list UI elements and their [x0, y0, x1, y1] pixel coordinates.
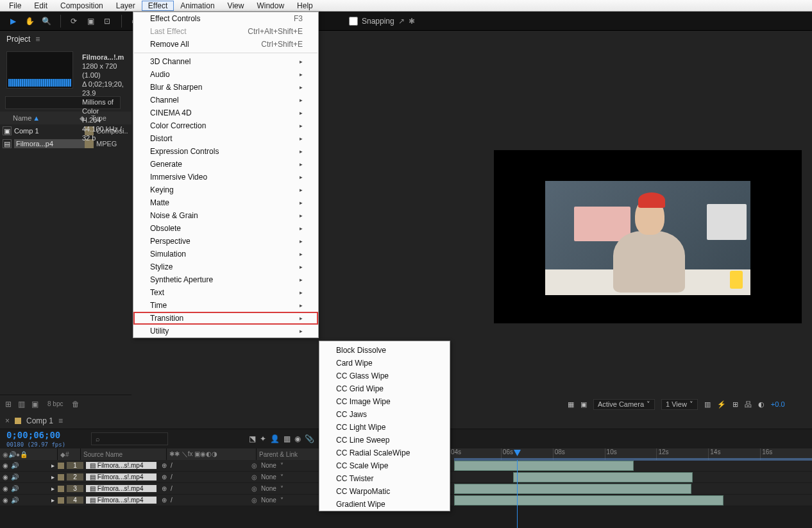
sort-icon[interactable]: ▲ [33, 114, 40, 122]
frame-blend-icon[interactable]: ▦ [283, 434, 291, 443]
effect-category-immersive-video[interactable]: Immersive Video▸ [133, 171, 318, 183]
draft3d-icon[interactable]: ✦ [260, 434, 266, 443]
project-thumbnail[interactable] [6, 51, 73, 89]
speaker-col-icon[interactable]: 🔊 [8, 451, 16, 458]
transition-cc-image-wipe[interactable]: CC Image Wipe [319, 395, 450, 408]
effect-category-color-correction[interactable]: Color Correction▸ [133, 119, 318, 132]
new-comp-icon[interactable]: ▣ [31, 400, 38, 409]
effect-category-blur-sharpen[interactable]: Blur & Sharpen▸ [133, 81, 318, 94]
graph-editor-icon[interactable]: 📎 [305, 434, 314, 443]
timeline-icon[interactable]: ⊞ [732, 400, 738, 409]
transition-block-dissolve[interactable]: Block Dissolve [319, 344, 450, 357]
transition-cc-warpomatic[interactable]: CC WarpoMatic [319, 485, 450, 498]
transition-cc-glass-wipe[interactable]: CC Glass Wipe [319, 370, 450, 382]
transition-gradient-wipe[interactable]: Gradient Wipe [319, 498, 450, 511]
col-name[interactable]: Name [13, 114, 31, 122]
project-tab[interactable]: Project ≡ [0, 31, 131, 47]
tab-menu-icon[interactable]: ≡ [58, 416, 63, 425]
effect-category-generate[interactable]: Generate▸ [133, 158, 318, 171]
transparency-grid-icon[interactable]: ▦ [568, 400, 574, 409]
3d-view-icon[interactable]: ▣ [580, 400, 587, 409]
menu-effect[interactable]: Effect [142, 1, 174, 11]
effect-category-channel[interactable]: Channel▸ [133, 94, 318, 106]
trash-icon[interactable]: 🗑 [72, 400, 80, 409]
transition-cc-light-wipe[interactable]: CC Light Wipe [319, 421, 450, 434]
effect-category-audio[interactable]: Audio▸ [133, 68, 318, 81]
panel-menu-icon[interactable]: ≡ [35, 35, 40, 44]
menu-window[interactable]: Window [250, 1, 291, 11]
shy-icon[interactable]: 👤 [270, 434, 280, 443]
new-folder-icon[interactable]: ▥ [18, 400, 25, 409]
transition-cc-twister[interactable]: CC Twister [319, 472, 450, 485]
effect-item-remove-all[interactable]: Remove AllCtrl+Shift+E [133, 38, 318, 51]
snapping-checkbox[interactable] [349, 17, 358, 26]
effect-category-noise-grain[interactable]: Noise & Grain▸ [133, 209, 318, 222]
menu-help[interactable]: Help [291, 1, 319, 11]
pixel-aspect-icon[interactable]: ▥ [704, 400, 711, 409]
clip-bar[interactable] [454, 461, 634, 471]
effect-category-synthetic-aperture[interactable]: Synthetic Aperture▸ [133, 273, 318, 286]
snapping-magnet-icon[interactable]: ✱ [409, 17, 415, 26]
motion-blur-icon[interactable]: ◉ [294, 434, 301, 443]
snapping-options-icon[interactable]: ↗ [398, 17, 405, 26]
effect-category-text[interactable]: Text▸ [133, 286, 318, 299]
snapping-toggle[interactable]: Snapping ↗ ✱ [349, 17, 415, 26]
transition-cc-line-sweep[interactable]: CC Line Sweep [319, 434, 450, 447]
transition-cc-grid-wipe[interactable]: CC Grid Wipe [319, 382, 450, 395]
source-col[interactable]: Source Name [81, 448, 167, 460]
effect-category-perspective[interactable]: Perspective▸ [133, 235, 318, 248]
current-time[interactable]: 0;00;06;00 [6, 430, 65, 440]
orbit-tool-icon[interactable]: ⟳ [66, 13, 81, 29]
transition-cc-radial-scalewipe[interactable]: CC Radial ScaleWipe [319, 447, 450, 459]
effect-category-distort[interactable]: Distort▸ [133, 132, 318, 145]
effect-category-utility[interactable]: Utility▸ [133, 325, 318, 337]
selection-tool-icon[interactable]: ▶ [5, 13, 21, 29]
transition-card-wipe[interactable]: Card Wipe [319, 357, 450, 370]
menu-animation[interactable]: Animation [174, 1, 221, 11]
camera-tool-icon[interactable]: ▣ [83, 13, 98, 29]
effect-category-simulation[interactable]: Simulation▸ [133, 248, 318, 260]
comp-flow-icon[interactable]: 品 [745, 400, 752, 409]
fast-preview-icon[interactable]: ⚡ [717, 400, 726, 409]
timeline-tab-label[interactable]: Comp 1 [26, 416, 53, 425]
effect-category-time[interactable]: Time▸ [133, 299, 318, 312]
lock-col-icon[interactable]: 🔒 [20, 451, 28, 458]
switches-col-icon[interactable]: ✱✱ ＼fx ▣◉◐◑ [169, 450, 217, 459]
transition-cc-scale-wipe[interactable]: CC Scale Wipe [319, 459, 450, 472]
menu-layer[interactable]: Layer [110, 1, 142, 11]
menu-file[interactable]: File [3, 1, 28, 11]
close-tab-icon[interactable]: × [5, 416, 10, 425]
views-select[interactable]: 1 View ˅ [661, 399, 698, 410]
effect-category-transition[interactable]: Transition▸ [133, 312, 318, 325]
parent-col[interactable]: Parent & Link [257, 448, 321, 460]
exposure-value[interactable]: +0.0 [771, 400, 785, 408]
effect-category-matte[interactable]: Matte▸ [133, 196, 318, 209]
timeline-search-input[interactable] [91, 432, 168, 445]
transition-cc-jaws[interactable]: CC Jaws [319, 408, 450, 421]
interpret-footage-icon[interactable]: ⊞ [5, 400, 12, 409]
effect-item-effect-controls[interactable]: Effect ControlsF3 [133, 12, 318, 25]
effect-category-stylize[interactable]: Stylize▸ [133, 260, 318, 273]
effect-category-expression-controls[interactable]: Expression Controls▸ [133, 145, 318, 158]
clip-bar[interactable] [454, 484, 691, 494]
clip-bar[interactable] [513, 472, 693, 482]
hand-tool-icon[interactable]: ✋ [22, 13, 37, 29]
menu-edit[interactable]: Edit [28, 1, 54, 11]
clip-bar[interactable] [454, 495, 723, 506]
label-col-icon[interactable]: ◆ [60, 451, 65, 458]
effect-category-obsolete[interactable]: Obsolete▸ [133, 222, 318, 235]
eye-col-icon[interactable]: ◉ [3, 451, 8, 458]
zoom-tool-icon[interactable]: 🔍 [38, 13, 54, 29]
exposure-reset-icon[interactable]: ◐ [758, 400, 765, 409]
preview-viewport[interactable] [494, 150, 802, 323]
bpc-toggle[interactable]: 8 bpc [45, 399, 65, 409]
playhead[interactable] [517, 460, 518, 528]
effect-category-3d-channel[interactable]: 3D Channel▸ [133, 55, 318, 68]
track-area[interactable] [449, 460, 812, 528]
effect-category-cinema-4d[interactable]: CINEMA 4D▸ [133, 106, 318, 119]
pan-behind-tool-icon[interactable]: ⊡ [99, 13, 115, 29]
comp-mini-flow-icon[interactable]: ⬔ [249, 434, 256, 443]
effect-category-keying[interactable]: Keying▸ [133, 183, 318, 196]
camera-select[interactable]: Active Camera ˅ [593, 399, 655, 410]
menu-view[interactable]: View [221, 1, 251, 11]
